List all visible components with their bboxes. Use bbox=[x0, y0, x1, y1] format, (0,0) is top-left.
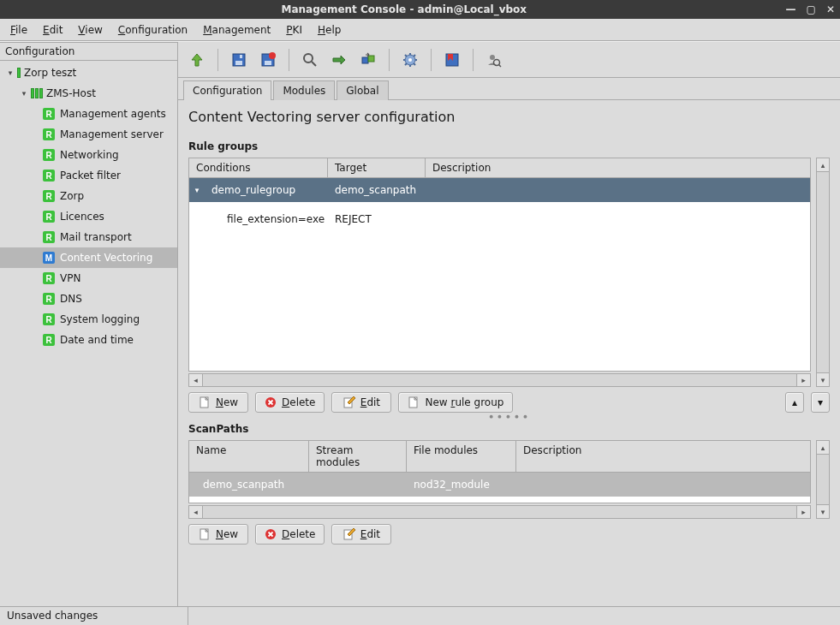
rulegroup-row[interactable]: ▾ demo_rulegroup demo_scanpath bbox=[189, 178, 810, 202]
scroll-left-icon[interactable]: ◂ bbox=[189, 506, 203, 518]
menu-file[interactable]: File bbox=[3, 22, 34, 38]
rulegroups-new-button[interactable]: New bbox=[188, 392, 248, 413]
tab-configuration[interactable]: Configuration bbox=[183, 80, 271, 100]
rule-row[interactable]: file_extension=exe REJECT bbox=[189, 202, 810, 236]
scanpaths-new-button[interactable]: New bbox=[188, 524, 248, 545]
rulegroups-move-down-button[interactable]: ▾ bbox=[811, 392, 830, 413]
sidebar-item-dns[interactable]: RDNS bbox=[0, 289, 177, 309]
scroll-left-icon[interactable]: ◂ bbox=[189, 374, 203, 386]
col-file[interactable]: File modules bbox=[407, 441, 516, 472]
toolbar-transfer-button[interactable] bbox=[327, 48, 351, 72]
rulegroups-buttonbar: New Delete Edit New rule group ▴ ▾ bbox=[188, 392, 830, 413]
chevron-down-icon[interactable]: ▾ bbox=[5, 68, 15, 77]
delete-icon bbox=[265, 396, 277, 408]
sidebar-item-packet-filter[interactable]: RPacket filter bbox=[0, 165, 177, 186]
tab-modules[interactable]: Modules bbox=[273, 80, 335, 100]
scroll-up-icon[interactable]: ▴ bbox=[817, 158, 829, 172]
sidebar-item-label: Mail transport bbox=[60, 231, 132, 243]
sidebar-item-label: Content Vectoring bbox=[60, 252, 152, 264]
toolbar-user-search-button[interactable] bbox=[482, 48, 506, 72]
col-name[interactable]: Name bbox=[189, 441, 309, 472]
status-left: Unsaved changes bbox=[0, 607, 188, 625]
badge-r-icon: R bbox=[43, 313, 55, 325]
sidebar-item-label: Management server bbox=[60, 128, 164, 140]
rulegroups-move-up-button[interactable]: ▴ bbox=[785, 392, 804, 413]
toolbar-flag-save-button[interactable] bbox=[440, 48, 464, 72]
toolbar-save-button[interactable] bbox=[227, 48, 251, 72]
sidebar-item-system-logging[interactable]: RSystem logging bbox=[0, 309, 177, 330]
tree-host[interactable]: ▾ ZMS-Host bbox=[0, 83, 177, 104]
rulegroups-table[interactable]: Conditions Target Description ▾ demo_rul… bbox=[188, 158, 811, 372]
svg-point-37 bbox=[490, 55, 495, 60]
tree-root[interactable]: ▾ Zorp teszt bbox=[0, 62, 177, 83]
sidebar-item-management-server[interactable]: RManagement server bbox=[0, 124, 177, 145]
menu-pki[interactable]: PKI bbox=[279, 22, 309, 38]
sidebar-item-label: Date and time bbox=[60, 334, 134, 346]
sidebar-item-management-agents[interactable]: RManagement agents bbox=[0, 104, 177, 124]
svg-point-31 bbox=[304, 54, 313, 62]
svg-rect-29 bbox=[265, 61, 271, 65]
titlebar: Management Console - admin@Local_vbox — … bbox=[0, 0, 840, 19]
badge-r-icon: R bbox=[43, 128, 55, 140]
sidebar-item-content-vectoring[interactable]: MContent Vectoring bbox=[0, 247, 177, 268]
col-description[interactable]: Description bbox=[426, 158, 810, 177]
sidebar: Configuration ▾ Zorp teszt ▾ ZMS-Host RM… bbox=[0, 42, 178, 606]
svg-text:R: R bbox=[45, 130, 52, 140]
toolbar-up-button[interactable] bbox=[185, 48, 209, 72]
tab-global[interactable]: Global bbox=[337, 80, 388, 100]
svg-text:R: R bbox=[45, 192, 52, 201]
scroll-right-icon[interactable]: ▸ bbox=[796, 374, 810, 386]
toolbar-search-button[interactable] bbox=[298, 48, 322, 72]
col-desc2[interactable]: Description bbox=[516, 441, 810, 472]
scanpaths-delete-button[interactable]: Delete bbox=[255, 524, 325, 545]
sidebar-item-mail-transport[interactable]: RMail transport bbox=[0, 227, 177, 247]
scanpath-row[interactable]: demo_scanpath nod32_module bbox=[189, 473, 810, 497]
menu-view[interactable]: View bbox=[71, 22, 109, 38]
status-bars-icon bbox=[31, 88, 43, 98]
rulegroups-hscrollbar[interactable]: ◂ ▸ bbox=[188, 373, 811, 387]
chevron-down-icon[interactable]: ▾ bbox=[189, 186, 205, 194]
scroll-up-icon[interactable]: ▴ bbox=[817, 441, 829, 455]
menu-edit[interactable]: Edit bbox=[36, 22, 69, 38]
scanpaths-hscrollbar[interactable]: ◂ ▸ bbox=[188, 505, 811, 519]
sidebar-item-zorp[interactable]: RZorp bbox=[0, 186, 177, 206]
statusbar: Unsaved changes bbox=[0, 606, 840, 625]
scroll-down-icon[interactable]: ▾ bbox=[817, 372, 829, 386]
svg-text:R: R bbox=[45, 151, 52, 160]
menu-configuration[interactable]: Configuration bbox=[111, 22, 194, 38]
minimize-button[interactable]: — bbox=[786, 3, 796, 15]
toolbar-settings-button[interactable] bbox=[398, 48, 422, 72]
scroll-down-icon[interactable]: ▾ bbox=[817, 504, 829, 518]
menu-management[interactable]: Management bbox=[196, 22, 277, 38]
maximize-button[interactable]: ▢ bbox=[807, 3, 816, 15]
sidebar-item-networking[interactable]: RNetworking bbox=[0, 145, 177, 165]
badge-r-icon: R bbox=[43, 293, 55, 305]
config-tree[interactable]: ▾ Zorp teszt ▾ ZMS-Host RManagement agen… bbox=[0, 61, 177, 606]
menu-help[interactable]: Help bbox=[311, 22, 348, 38]
rulegroups-label: Rule groups bbox=[188, 140, 830, 152]
rulegroups-newgroup-button[interactable]: New rule group bbox=[398, 392, 513, 413]
rulegroups-vscrollbar[interactable]: ▴ ▾ bbox=[816, 158, 830, 387]
scanpaths-vscrollbar[interactable]: ▴ ▾ bbox=[816, 440, 830, 519]
sidebar-item-vpn[interactable]: RVPN bbox=[0, 268, 177, 289]
close-button[interactable]: ✕ bbox=[826, 3, 835, 15]
sidebar-item-licences[interactable]: RLicences bbox=[0, 206, 177, 227]
rulegroups-delete-button[interactable]: Delete bbox=[255, 392, 325, 413]
sidebar-item-label: DNS bbox=[60, 293, 82, 305]
scroll-right-icon[interactable]: ▸ bbox=[796, 506, 810, 518]
rulegroups-edit-button[interactable]: Edit bbox=[331, 392, 391, 413]
scanpaths-edit-button[interactable]: Edit bbox=[331, 524, 391, 545]
col-target[interactable]: Target bbox=[328, 158, 426, 177]
toolbar-separator bbox=[389, 49, 390, 71]
toolbar-sync-button[interactable] bbox=[356, 48, 380, 72]
horizontal-splitter[interactable]: ● ● ● ● ● bbox=[188, 413, 830, 420]
chevron-down-icon[interactable]: ▾ bbox=[19, 89, 29, 98]
svg-text:R: R bbox=[45, 233, 52, 242]
scanpaths-table[interactable]: Name Stream modules File modules Descrip… bbox=[188, 440, 811, 503]
svg-text:R: R bbox=[45, 212, 52, 222]
sidebar-item-date-and-time[interactable]: RDate and time bbox=[0, 330, 177, 350]
badge-r-icon: R bbox=[43, 272, 55, 284]
toolbar-save-red-button[interactable] bbox=[256, 48, 280, 72]
col-conditions[interactable]: Conditions bbox=[189, 158, 328, 177]
col-stream[interactable]: Stream modules bbox=[309, 441, 407, 472]
